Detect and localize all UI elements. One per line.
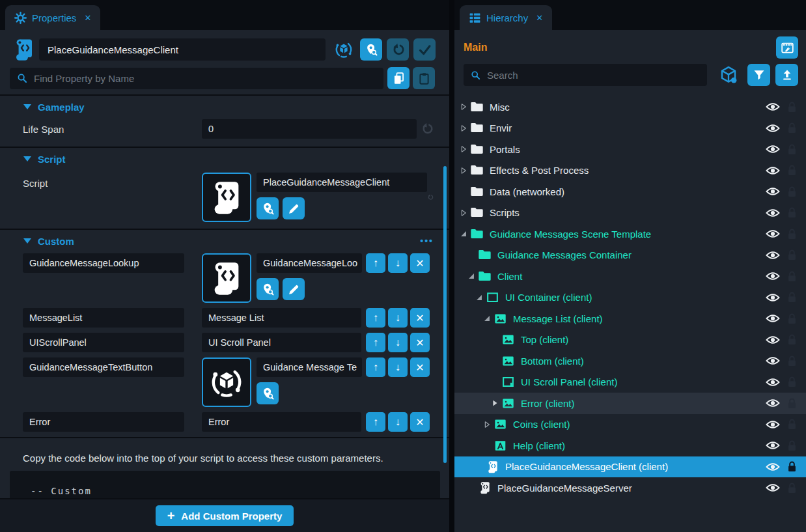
visibility-eye-icon[interactable] [766, 102, 780, 112]
expand-caret-icon[interactable] [458, 165, 469, 176]
hierarchy-search-input[interactable] [487, 70, 701, 81]
script-value[interactable]: PlaceGuidanceMessageClient [257, 173, 427, 192]
expand-caret-icon[interactable] [458, 229, 469, 239]
reset-icon[interactable] [427, 191, 434, 204]
visibility-eye-icon[interactable] [766, 483, 780, 493]
tree-row-placeguidancemessageserver[interactable]: PlaceGuidanceMessageServer [454, 477, 806, 499]
hierarchy-search-box[interactable] [464, 64, 707, 86]
find-in-scene-button[interactable] [257, 382, 279, 404]
expand-caret-icon[interactable] [474, 292, 484, 303]
tree-row-message-list-client[interactable]: Message List (client) [454, 308, 806, 329]
tree-row-bottom-client[interactable]: Bottom (client) [454, 350, 806, 372]
lock-icon[interactable] [787, 164, 797, 176]
custom-property-name-input[interactable] [23, 333, 184, 352]
upload-button[interactable] [775, 64, 798, 86]
visibility-eye-icon[interactable] [766, 292, 780, 303]
lock-icon[interactable] [787, 206, 797, 219]
undo-button[interactable] [387, 38, 409, 61]
remove-property-button[interactable]: ✕ [410, 357, 430, 377]
section-header-gameplay[interactable]: Gameplay [0, 100, 449, 114]
tree-row-effects-post-process[interactable]: Effects & Post Process [454, 160, 806, 182]
object-name-input[interactable] [39, 38, 326, 61]
code-snippet-block[interactable]: -- Custom [10, 471, 440, 499]
visibility-eye-icon[interactable] [766, 144, 780, 154]
lock-icon[interactable] [787, 440, 797, 452]
lock-icon[interactable] [787, 313, 797, 325]
move-up-button[interactable]: ↑ [366, 412, 385, 432]
move-down-button[interactable]: ↓ [388, 357, 408, 377]
custom-property-name-input[interactable] [23, 357, 184, 377]
find-in-scene-button[interactable] [360, 38, 382, 61]
expand-caret-icon[interactable] [482, 313, 492, 324]
paste-button[interactable] [413, 67, 435, 89]
tree-row-guidance-messages-container[interactable]: Guidance Messages Container [454, 245, 806, 266]
remove-property-button[interactable]: ✕ [410, 333, 430, 352]
visibility-eye-icon[interactable] [766, 419, 780, 430]
visibility-eye-icon[interactable] [766, 377, 780, 387]
expand-caret-icon[interactable] [458, 123, 469, 133]
custom-property-name-input[interactable] [23, 412, 184, 432]
tree-row-portals[interactable]: Portals [454, 139, 806, 160]
tree-row-guidance-messages-scene-template[interactable]: Guidance Messages Scene Template [454, 223, 806, 245]
custom-property-value[interactable]: Guidance Message Te [257, 357, 362, 377]
lock-icon[interactable] [787, 101, 797, 113]
visibility-eye-icon[interactable] [766, 398, 780, 408]
find-in-scene-button[interactable] [257, 197, 279, 219]
script-asset-thumbnail[interactable] [202, 173, 251, 222]
lock-icon[interactable] [787, 333, 797, 346]
expand-caret-icon[interactable] [458, 144, 469, 154]
tree-row-top-client[interactable]: Top (client) [454, 329, 806, 351]
lock-icon[interactable] [787, 418, 797, 430]
publish-button[interactable] [776, 36, 798, 59]
visibility-eye-icon[interactable] [766, 250, 780, 260]
visibility-eye-icon[interactable] [766, 335, 780, 345]
lock-icon[interactable] [787, 228, 797, 240]
move-down-button[interactable]: ↓ [388, 333, 408, 352]
filter-button[interactable] [747, 64, 770, 86]
move-down-button[interactable]: ↓ [388, 412, 408, 432]
visibility-eye-icon[interactable] [766, 356, 780, 366]
close-icon[interactable]: ✕ [536, 13, 543, 23]
scrollbar-thumb[interactable] [443, 166, 447, 463]
section-header-custom[interactable]: Custom ••• [0, 234, 449, 248]
tab-hierarchy[interactable]: Hierarchy ✕ [460, 5, 552, 30]
section-header-script[interactable]: Script [0, 152, 449, 166]
life-span-input[interactable] [202, 119, 417, 139]
visibility-eye-icon[interactable] [766, 229, 780, 239]
lock-icon[interactable] [787, 122, 797, 134]
edit-script-button[interactable] [283, 278, 305, 300]
custom-property-name-input[interactable] [23, 253, 184, 273]
custom-property-value[interactable]: UI Scroll Panel [202, 333, 361, 352]
close-icon[interactable]: ✕ [84, 13, 91, 23]
lock-icon[interactable] [787, 482, 797, 494]
visibility-eye-icon[interactable] [766, 440, 780, 451]
tab-properties[interactable]: Properties ✕ [5, 5, 100, 30]
custom-property-value[interactable]: GuidanceMessageLoo [257, 253, 362, 273]
tree-row-ui-scroll-panel-client[interactable]: UI Scroll Panel (client) [454, 372, 806, 393]
tree-row-scripts[interactable]: Scripts [454, 203, 806, 224]
reset-icon[interactable] [421, 122, 434, 135]
expand-caret-icon[interactable] [466, 271, 477, 281]
tree-row-client[interactable]: Client [454, 266, 806, 287]
lock-icon[interactable] [787, 143, 797, 156]
expand-caret-icon[interactable] [458, 208, 469, 218]
move-up-button[interactable]: ↑ [366, 253, 385, 273]
asset-thumbnail[interactable] [202, 253, 251, 303]
copy-button[interactable] [387, 67, 410, 89]
lock-icon[interactable] [787, 291, 797, 303]
visibility-eye-icon[interactable] [766, 186, 780, 197]
remove-property-button[interactable]: ✕ [410, 253, 430, 273]
custom-property-value[interactable]: Message List [202, 308, 361, 328]
lock-icon[interactable] [787, 460, 797, 473]
tree-row-data-networked[interactable]: Data (networked) [454, 181, 806, 203]
visibility-eye-icon[interactable] [766, 208, 780, 218]
move-down-button[interactable]: ↓ [388, 308, 408, 328]
lock-icon[interactable] [787, 270, 797, 283]
find-in-scene-button[interactable] [257, 278, 279, 300]
expand-caret-icon[interactable] [490, 398, 500, 408]
tree-row-ui-container-client[interactable]: UI Container (client) [454, 287, 806, 309]
lock-icon[interactable] [787, 355, 797, 367]
visibility-eye-icon[interactable] [766, 165, 780, 176]
move-up-button[interactable]: ↑ [366, 333, 385, 352]
lock-icon[interactable] [787, 186, 797, 198]
